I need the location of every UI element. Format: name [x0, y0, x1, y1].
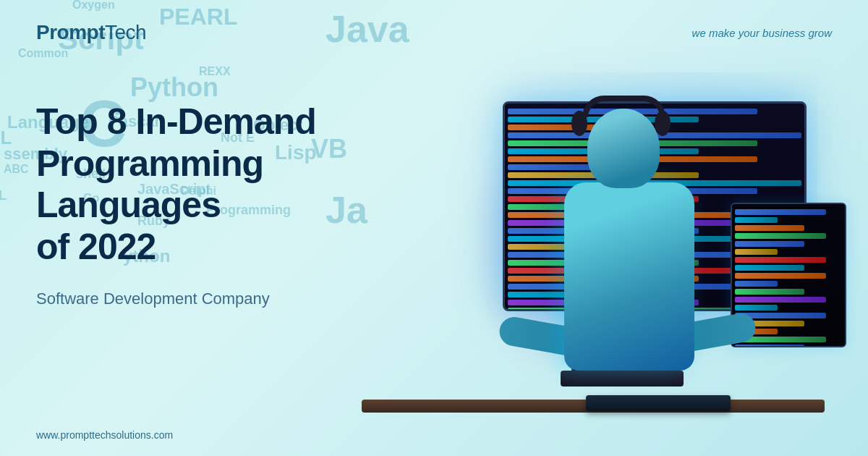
main-title: Top 8 In-Demand Programming Languages of…: [36, 101, 441, 268]
headphone-right-ear: [655, 111, 671, 136]
logo-prompt: Prompt: [36, 21, 105, 43]
code-line: [735, 249, 778, 255]
tagline: we make your business grow: [692, 27, 832, 39]
code-line: [735, 281, 778, 287]
code-line: [735, 241, 804, 247]
keyboard: [586, 395, 731, 411]
title-line2: Programming Languages: [36, 143, 263, 226]
chair-seat: [561, 371, 684, 387]
title-line3: of 2022: [36, 227, 156, 267]
code-line: [735, 225, 804, 231]
subtitle: Software Development Company: [36, 290, 441, 308]
title-line1: Top 8 In-Demand: [36, 101, 316, 142]
code-line: [735, 265, 804, 271]
code-line: [735, 345, 804, 347]
code-line: [735, 305, 778, 311]
code-line: [735, 233, 826, 239]
website-url: www.prompttechsolutions.com: [36, 429, 173, 441]
main-content: Top 8 In-Demand Programming Languages of…: [36, 101, 441, 323]
logo: PromptTech: [36, 21, 146, 44]
logo-tech: Tech: [105, 21, 146, 43]
footer: www.prompttechsolutions.com: [36, 428, 173, 442]
headphone-left-ear: [571, 111, 587, 136]
page-container: Java Script PEARL Python C Pascal Langua…: [0, 0, 868, 456]
header: PromptTech we make your business grow: [0, 0, 868, 65]
code-line: [735, 257, 826, 263]
code-line: [735, 297, 826, 303]
logo-text: PromptTech: [36, 21, 146, 44]
headphone-band: [582, 96, 665, 117]
code-line: [735, 273, 826, 279]
human-head: [587, 109, 660, 188]
code-line: [735, 217, 778, 223]
human-torso: [564, 182, 694, 371]
code-line: [735, 209, 826, 215]
code-line: [735, 289, 804, 295]
